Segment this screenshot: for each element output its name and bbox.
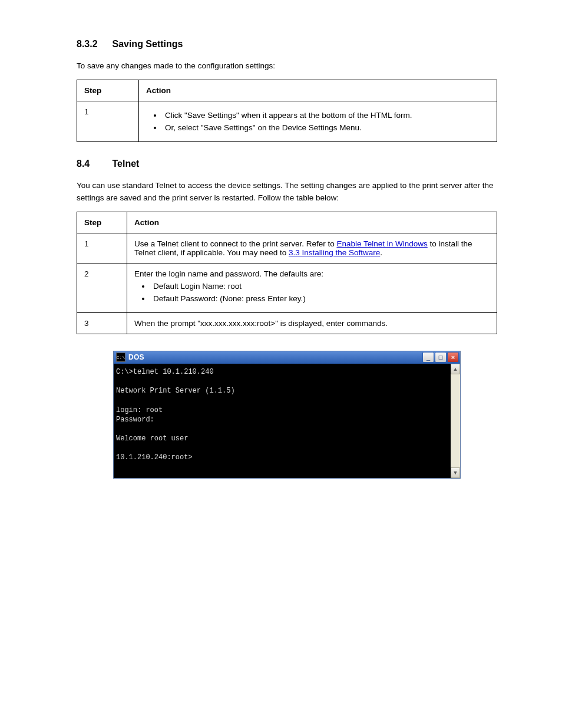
step-number: 3 (77, 312, 127, 334)
text-fragment: . (380, 248, 382, 257)
list-item: Default Login Name: root (151, 282, 490, 291)
scroll-down-button[interactable]: ▼ (451, 467, 460, 478)
step-action: Click "Save Settings" when it appears at… (139, 101, 497, 141)
chevron-up-icon: ▲ (453, 366, 458, 372)
scroll-track[interactable] (451, 374, 460, 467)
window-title: DOS (128, 353, 422, 361)
scroll-up-button[interactable]: ▲ (451, 364, 460, 374)
table-header-row: Step Action (77, 80, 497, 101)
list-item: Click "Save Settings" when it appears at… (163, 111, 490, 120)
step-action: When the prompt "xxx.xxx.xxx.xxx:root>" … (127, 312, 497, 334)
table-header-row: Step Action (77, 212, 497, 233)
step-action: Enter the login name and password. The d… (127, 263, 497, 312)
heading-number: 8.3.2 (77, 39, 110, 50)
col-step: Step (77, 80, 139, 101)
text-fragment: Use a Telnet client to connect to the pr… (134, 239, 336, 248)
saving-settings-table: Step Action 1 Click "Save Settings" when… (77, 80, 497, 142)
value-default-password: (None: press Enter key.) (220, 294, 305, 303)
table-row: 2 Enter the login name and password. The… (77, 263, 497, 312)
table-row: 3 When the prompt "xxx.xxx.xxx.xxx:root>… (77, 312, 497, 334)
minimize-icon: _ (427, 354, 430, 361)
window-titlebar: C:\ DOS _ □ × (114, 351, 460, 364)
vertical-scrollbar[interactable]: ▲ ▼ (451, 364, 460, 478)
chevron-down-icon: ▼ (453, 470, 458, 476)
table-row: 1 Click "Save Settings" when it appears … (77, 101, 497, 141)
section-heading-telnet: 8.4 Telnet (77, 159, 497, 169)
telnet-steps-table: Step Action 1 Use a Telnet client to con… (77, 212, 497, 334)
step-number: 2 (77, 263, 127, 312)
text-line: Enter the login name and password. The d… (134, 269, 490, 278)
section-heading-saving-settings: 8.3.2 Saving Settings (77, 39, 497, 50)
heading-number: 8.4 (77, 159, 110, 169)
maximize-button[interactable]: □ (435, 352, 447, 363)
link-installing-software[interactable]: 3.3 Installing the Software (289, 248, 380, 257)
table-row: 1 Use a Telnet client to connect to the … (77, 233, 497, 263)
terminal-output[interactable]: C:\>telnet 10.1.210.240 Network Print Se… (114, 364, 451, 478)
cmd-icon: C:\ (116, 353, 125, 362)
intro-text-saving-settings: To save any changes made to the configur… (77, 60, 497, 73)
label-default-password: Default Password: (153, 294, 218, 303)
value-default-login: root (228, 282, 242, 291)
step-action: Use a Telnet client to connect to the pr… (127, 233, 497, 263)
heading-title: Telnet (112, 159, 139, 169)
intro-text-telnet: You can use standard Telnet to access th… (77, 180, 497, 205)
heading-title: Saving Settings (112, 39, 183, 49)
col-action: Action (127, 212, 497, 233)
col-action: Action (139, 80, 497, 101)
minimize-button[interactable]: _ (422, 352, 434, 363)
step-number: 1 (77, 233, 127, 263)
col-step: Step (77, 212, 127, 233)
label-default-login: Default Login Name: (153, 282, 226, 291)
close-icon: × (451, 354, 455, 361)
maximize-icon: □ (439, 354, 443, 361)
link-enable-telnet-windows[interactable]: Enable Telnet in Windows (336, 239, 427, 248)
close-button[interactable]: × (447, 352, 459, 363)
step-number: 1 (77, 101, 139, 141)
list-item: Or, select "Save Settings" on the Device… (163, 123, 490, 132)
dos-terminal-window: C:\ DOS _ □ × C:\>telnet 10.1.210.240 Ne… (113, 351, 461, 479)
list-item: Default Password: (None: press Enter key… (151, 294, 490, 303)
